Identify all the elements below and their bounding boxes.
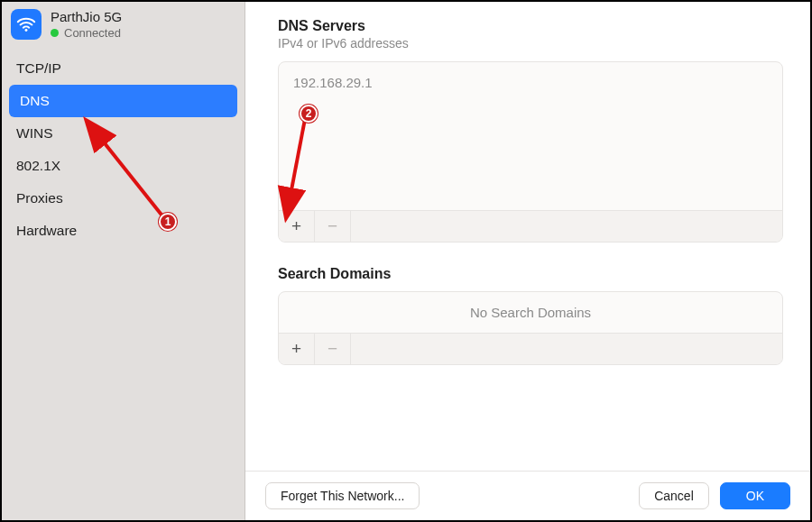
- network-status: Connected: [64, 26, 121, 40]
- minus-icon: −: [328, 216, 337, 236]
- sidebar-tab-hardware[interactable]: Hardware: [2, 215, 245, 247]
- main-panel: DNS Servers IPv4 or IPv6 addresses 192.1…: [245, 2, 810, 520]
- ok-button[interactable]: OK: [720, 482, 790, 509]
- plus-icon: +: [291, 216, 301, 236]
- dns-entry[interactable]: 192.168.29.1: [279, 62, 782, 102]
- svg-point-0: [25, 29, 28, 32]
- sidebar: ParthJio 5G Connected TCP/IP DNS WINS 80…: [2, 2, 245, 520]
- status-dot-icon: [51, 29, 59, 37]
- search-domains-add-button[interactable]: +: [279, 334, 315, 364]
- annotation-badge-1: 1: [159, 213, 177, 231]
- sidebar-tab-proxies[interactable]: Proxies: [2, 182, 245, 215]
- forget-network-button[interactable]: Forget This Network...: [265, 482, 420, 509]
- dns-pm-bar: + −: [279, 210, 782, 242]
- network-settings-window: ParthJio 5G Connected TCP/IP DNS WINS 80…: [0, 0, 812, 522]
- network-name: ParthJio 5G: [51, 9, 122, 24]
- search-domains-placeholder[interactable]: No Search Domains: [279, 292, 782, 333]
- sidebar-tab-wins[interactable]: WINS: [2, 117, 245, 150]
- cancel-button[interactable]: Cancel: [639, 482, 709, 509]
- dns-add-button[interactable]: +: [279, 211, 315, 242]
- dns-title: DNS Servers: [278, 18, 783, 34]
- minus-icon: −: [328, 339, 337, 359]
- search-domains-remove-button[interactable]: −: [315, 334, 351, 364]
- search-domains-title: Search Domains: [278, 266, 783, 282]
- wifi-icon: [11, 9, 42, 40]
- sidebar-tab-tcpip[interactable]: TCP/IP: [2, 52, 245, 85]
- search-domains-section: Search Domains No Search Domains + −: [278, 266, 783, 365]
- dns-list: 192.168.29.1 + −: [278, 61, 783, 243]
- footer: Forget This Network... Cancel OK: [245, 471, 810, 520]
- dns-list-empty-area[interactable]: [279, 102, 782, 210]
- search-domains-pm-bar: + −: [279, 333, 782, 364]
- dns-remove-button[interactable]: −: [315, 211, 351, 242]
- sidebar-tab-dns[interactable]: DNS: [9, 85, 237, 117]
- sidebar-tabs: TCP/IP DNS WINS 802.1X Proxies Hardware: [2, 52, 245, 247]
- annotation-badge-2: 2: [300, 105, 318, 123]
- search-domains-list: No Search Domains + −: [278, 291, 783, 365]
- dns-subtitle: IPv4 or IPv6 addresses: [278, 36, 783, 50]
- plus-icon: +: [291, 339, 301, 359]
- sidebar-tab-8021x[interactable]: 802.1X: [2, 150, 245, 182]
- dns-section: DNS Servers IPv4 or IPv6 addresses 192.1…: [278, 18, 783, 243]
- network-header: ParthJio 5G Connected: [2, 5, 245, 49]
